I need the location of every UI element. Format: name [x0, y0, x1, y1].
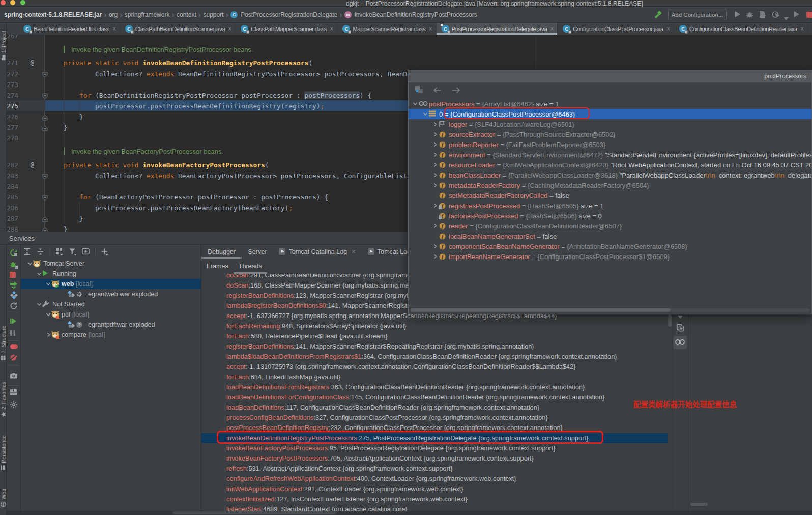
collapse-all-button[interactable] — [37, 248, 45, 256]
chevron-right-icon[interactable] — [431, 203, 439, 208]
fold-marker-icon[interactable] — [42, 194, 48, 200]
add-button[interactable] — [101, 248, 109, 256]
services-tree-row[interactable]: pdf [local] — [21, 309, 201, 320]
variable-row[interactable]: fsourceExtractor = {PassThroughSourceExt… — [409, 129, 811, 139]
chevron-right-icon[interactable] — [431, 183, 439, 188]
stack-frame-row[interactable]: refresh:531, AbstractApplicationContext … — [201, 464, 668, 474]
close-tab-icon[interactable]: × — [352, 248, 356, 255]
services-tree-row[interactable]: ?egrantpdf:war exploded — [21, 320, 201, 330]
chevron-right-icon[interactable] — [431, 142, 439, 147]
variable-row[interactable]: flocalBeanNameGeneratorSet = false — [409, 231, 811, 241]
add-configuration-button[interactable]: Add Configuration... — [668, 9, 727, 20]
chevron-right-icon[interactable] — [45, 332, 51, 337]
chevron-down-icon[interactable] — [412, 101, 419, 106]
stack-frame-row[interactable]: invokeBeanFactoryPostProcessors:95, Post… — [201, 443, 668, 453]
services-tree-row[interactable]: Running — [21, 269, 201, 279]
breadcrumb-item[interactable]: support — [203, 11, 223, 18]
stack-frame-row[interactable]: lambda$loadBeanDefinitionsFromRegistrars… — [201, 352, 668, 362]
resume-button[interactable] — [10, 318, 18, 326]
variable-row[interactable]: logger = {SLF4JLocationAwareLog@6501} — [409, 119, 811, 129]
chevron-down-icon[interactable] — [45, 281, 51, 287]
variable-row[interactable]: fbeanClassLoader = {ParallelWebappClassL… — [409, 170, 811, 180]
expand-all-button[interactable] — [23, 248, 32, 256]
filter-button[interactable] — [69, 248, 77, 256]
profiler-icon[interactable] — [772, 11, 780, 20]
variable-row[interactable]: ffactoriesPostProcessed = {HashSet@6506}… — [409, 211, 811, 221]
toolwindow-stripe-button[interactable]: 1: Project — [0, 31, 7, 60]
stack-frame-row[interactable]: contextInitialized:127, IrisContextLoade… — [201, 494, 668, 504]
rerun-button[interactable] — [10, 249, 18, 257]
services-button[interactable] — [10, 291, 18, 299]
breadcrumb-item[interactable]: spring-context-5.1.8.RELEASE.jar — [4, 11, 102, 18]
toolwindow-stripe-button[interactable]: Persistence — [0, 435, 7, 470]
variable-row[interactable]: fresourceLoader = {XmlWebApplicationCont… — [409, 160, 811, 170]
fold-marker-icon[interactable] — [42, 71, 48, 77]
forward-button[interactable] — [451, 86, 460, 95]
editor-tab[interactable]: CClassPathMapperScanner.class× — [236, 23, 337, 35]
chevron-down-icon[interactable] — [36, 271, 42, 276]
services-tree-row[interactable]: Not Started — [21, 299, 201, 309]
toolwindow-stripe-button[interactable]: 2: Favorites — [0, 382, 7, 417]
scrollbar-thumb[interactable] — [668, 314, 672, 327]
editor-tab[interactable]: CBeanDefinitionReaderUtils.class× — [18, 23, 120, 35]
breadcrumb-item[interactable]: CPostProcessorRegistrationDelegate — [230, 11, 337, 18]
deploy-button[interactable] — [10, 280, 18, 289]
open-in-tab-button[interactable] — [82, 248, 90, 256]
debugger-tab[interactable]: Server — [242, 245, 273, 259]
chevron-down-icon[interactable] — [784, 13, 789, 22]
stack-frame-row[interactable]: forEach:684, LinkedHashMap {java.util} — [201, 372, 668, 382]
fold-marker-icon[interactable] — [42, 124, 48, 130]
close-tab-icon[interactable]: × — [800, 25, 804, 32]
variable-row[interactable]: freader = {ConfigurationClassBeanDefinit… — [409, 221, 811, 231]
chevron-right-icon[interactable] — [431, 244, 439, 249]
variable-row[interactable]: fregistriesPostProcessed = {HashSet@6505… — [409, 201, 811, 211]
close-tab-icon[interactable]: × — [550, 25, 554, 32]
variable-row[interactable]: fcomponentScanBeanNameGenerator = {Annot… — [409, 241, 811, 251]
debug-icon[interactable] — [746, 11, 753, 20]
close-window-button[interactable] — [1, 0, 6, 5]
variables-scrollbar[interactable] — [690, 503, 708, 506]
variable-row[interactable]: fmetadataReaderFactory = {CachingMetadat… — [409, 180, 811, 190]
watches-button[interactable] — [674, 336, 687, 349]
chevron-right-icon[interactable] — [431, 132, 439, 137]
run-secondary-icon[interactable] — [793, 11, 800, 20]
variable-row[interactable]: fenvironment = {StandardServletEnvironme… — [409, 150, 811, 160]
fold-marker-icon[interactable] — [42, 113, 48, 120]
inspect-button[interactable] — [415, 85, 424, 96]
services-tree-row[interactable]: compare [local] — [21, 330, 201, 340]
fold-marker-icon[interactable] — [42, 92, 48, 98]
toolwindow-stripe-button[interactable]: Web — [0, 489, 7, 507]
fold-marker-icon[interactable] — [42, 173, 48, 179]
close-tab-icon[interactable]: × — [666, 25, 670, 32]
chevron-down-icon[interactable] — [27, 261, 33, 266]
breadcrumb-item[interactable]: minvokeBeanDefinitionRegistryPostProcess… — [344, 11, 477, 18]
close-tab-icon[interactable]: × — [112, 25, 116, 32]
editor-tab[interactable]: CConfigurationClassPostProcessor.java× — [558, 23, 674, 35]
editor-tab[interactable]: CMapperScannerRegistrar.class× — [337, 23, 436, 35]
editor-tab[interactable]: CClassPathBeanDefinitionScanner.java× — [120, 23, 236, 35]
stack-frame-row[interactable]: configureAndRefreshWebApplicationContext… — [201, 474, 668, 484]
services-tree-row[interactable]: web [local] — [21, 279, 201, 289]
copy-button[interactable] — [677, 324, 684, 334]
chevron-right-icon[interactable] — [431, 162, 439, 167]
layout-button[interactable] — [10, 388, 18, 396]
variable-row[interactable]: fsetMetadataReaderFactoryCalled = false — [409, 190, 811, 201]
minimize-window-button[interactable] — [10, 0, 15, 5]
debug-bug-button[interactable] — [10, 261, 18, 269]
close-tab-icon[interactable]: × — [330, 25, 333, 32]
settings-button[interactable] — [10, 400, 18, 409]
build-hammer-icon[interactable] — [654, 11, 662, 21]
scrollbar-thumb[interactable] — [411, 308, 670, 312]
group-by-button[interactable] — [55, 248, 64, 256]
run-with-coverage-icon[interactable] — [759, 11, 766, 20]
stack-frame-row[interactable]: loadBeanDefinitionsForConfigurationClass… — [201, 392, 668, 403]
services-tree-row[interactable]: Tomcat Server — [21, 259, 201, 269]
chevron-right-icon[interactable] — [431, 173, 439, 178]
run-icon[interactable] — [734, 11, 741, 20]
popup-hscrollbar[interactable] — [411, 308, 809, 312]
popup-titlebar[interactable]: postProcessors — [409, 71, 811, 82]
zoom-window-button[interactable] — [20, 0, 25, 5]
breadcrumb-item[interactable]: org — [109, 11, 118, 18]
stack-frame-row[interactable]: forEachRemaining:948, Spliterators$Array… — [201, 321, 668, 331]
refresh-button[interactable] — [10, 302, 18, 310]
